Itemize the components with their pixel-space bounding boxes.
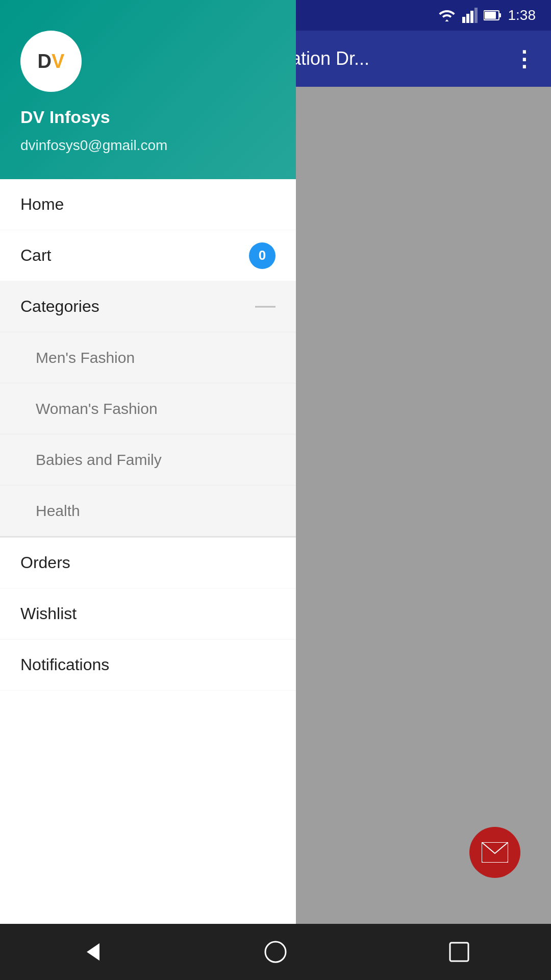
- sidebar-item-babies-and-family[interactable]: Babies and Family: [0, 434, 296, 485]
- back-button[interactable]: [71, 932, 112, 972]
- avatar: DV: [20, 31, 82, 92]
- status-bar: 1:38: [276, 0, 551, 31]
- sidebar-item-cart[interactable]: Cart 0: [0, 230, 296, 281]
- status-icons: 1:38: [438, 7, 536, 23]
- sidebar-item-babies-and-family-label: Babies and Family: [36, 451, 162, 469]
- sidebar-item-health[interactable]: Health: [0, 485, 296, 536]
- home-button[interactable]: [255, 932, 296, 972]
- sidebar-item-womans-fashion-label: Woman's Fashion: [36, 400, 158, 418]
- svg-rect-5: [485, 12, 496, 19]
- sidebar-item-notifications[interactable]: Notifications: [0, 640, 296, 691]
- recents-button[interactable]: [439, 932, 480, 972]
- sidebar-item-mens-fashion[interactable]: Men's Fashion: [0, 332, 296, 383]
- sidebar-item-home[interactable]: Home: [0, 179, 296, 230]
- categories-dash-icon: [255, 306, 276, 307]
- avatar-initial-v: V: [52, 51, 64, 72]
- sidebar-item-mens-fashion-label: Men's Fashion: [36, 349, 135, 366]
- status-time: 1:38: [508, 7, 536, 23]
- sidebar-item-home-label: Home: [20, 195, 64, 214]
- app-bar-title: ation Dr...: [291, 48, 369, 69]
- battery-icon: [484, 10, 502, 21]
- email-icon: [482, 842, 508, 863]
- sidebar-item-categories[interactable]: Categories: [0, 281, 296, 332]
- svg-rect-3: [474, 8, 478, 23]
- sidebar-item-categories-label: Categories: [20, 297, 99, 316]
- fab-email-button[interactable]: [469, 827, 520, 878]
- cart-count: 0: [259, 248, 266, 263]
- svg-rect-10: [450, 943, 468, 961]
- signal-icon: [462, 8, 478, 23]
- app-bar: ation Dr... ⋮: [276, 31, 551, 87]
- svg-rect-6: [499, 13, 501, 17]
- drawer-menu: Home Cart 0 Categories Men's Fashion Wom…: [0, 179, 296, 980]
- avatar-initial-d: D: [38, 51, 52, 72]
- svg-point-9: [265, 942, 286, 962]
- sidebar-item-health-label: Health: [36, 502, 80, 520]
- svg-marker-8: [87, 943, 99, 961]
- sidebar-item-womans-fashion[interactable]: Woman's Fashion: [0, 383, 296, 434]
- navigation-drawer: DV DV Infosys dvinfosys0@gmail.com Home …: [0, 0, 296, 980]
- sidebar-item-orders[interactable]: Orders: [0, 537, 296, 589]
- sidebar-item-orders-label: Orders: [20, 553, 70, 572]
- svg-rect-1: [466, 14, 469, 23]
- user-email: dvinfosys0@gmail.com: [20, 137, 276, 154]
- sidebar-item-cart-label: Cart: [20, 246, 51, 265]
- sidebar-item-wishlist[interactable]: Wishlist: [0, 589, 296, 640]
- bottom-nav: [0, 924, 551, 980]
- back-icon: [79, 939, 105, 965]
- user-name: DV Infosys: [20, 107, 276, 127]
- drawer-header: DV DV Infosys dvinfosys0@gmail.com: [0, 0, 296, 179]
- more-options-icon[interactable]: ⋮: [513, 46, 536, 71]
- svg-rect-0: [462, 17, 465, 23]
- svg-rect-2: [470, 11, 473, 23]
- cart-badge: 0: [249, 242, 276, 269]
- sidebar-item-wishlist-label: Wishlist: [20, 604, 77, 623]
- home-circle-icon: [263, 939, 288, 965]
- sidebar-item-notifications-label: Notifications: [20, 655, 109, 674]
- recents-square-icon: [448, 941, 470, 963]
- wifi-icon: [438, 8, 456, 22]
